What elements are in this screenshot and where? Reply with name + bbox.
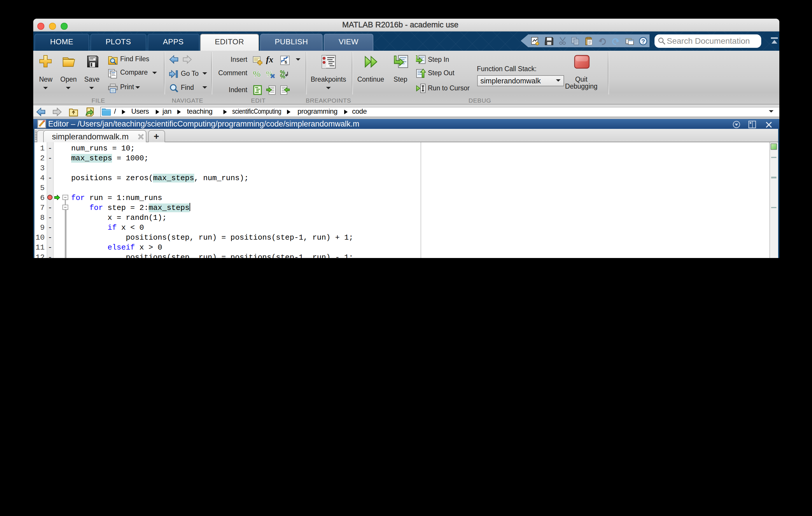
svg-text:?: ? [641, 38, 645, 44]
svg-text:%: % [253, 69, 260, 79]
svg-text:fi: fi [285, 60, 287, 64]
svg-text:%: % [280, 73, 285, 79]
